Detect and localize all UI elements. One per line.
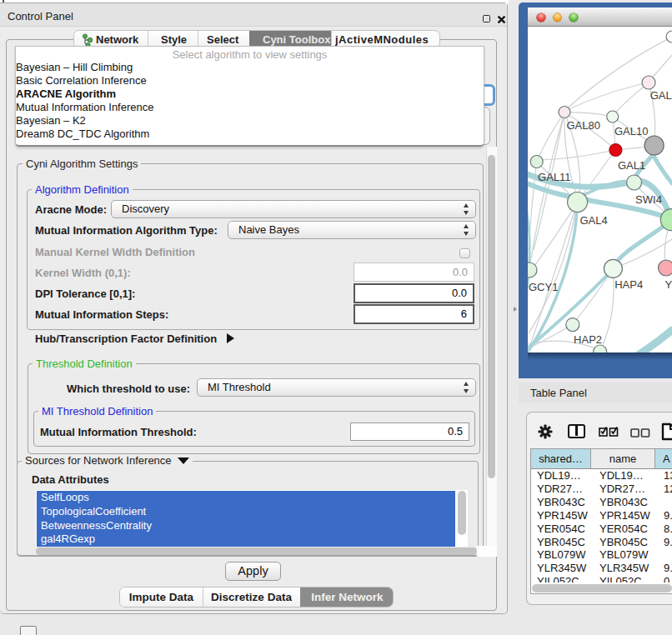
svg-text:GAL4: GAL4	[580, 214, 608, 227]
svg-text:GAL11: GAL11	[538, 171, 571, 183]
svg-text:SWI4: SWI4	[635, 193, 662, 206]
svg-text:HAP2: HAP2	[574, 333, 602, 346]
svg-text:GAL80: GAL80	[567, 119, 600, 132]
svg-text:GCY1: GCY1	[529, 281, 558, 293]
svg-text:GAL10: GAL10	[614, 125, 648, 138]
svg-text:GAL1: GAL1	[618, 159, 645, 172]
svg-text:Y: Y	[665, 278, 672, 291]
svg-text:HAP4: HAP4	[614, 278, 643, 291]
svg-text:GAL: GAL	[650, 89, 672, 102]
